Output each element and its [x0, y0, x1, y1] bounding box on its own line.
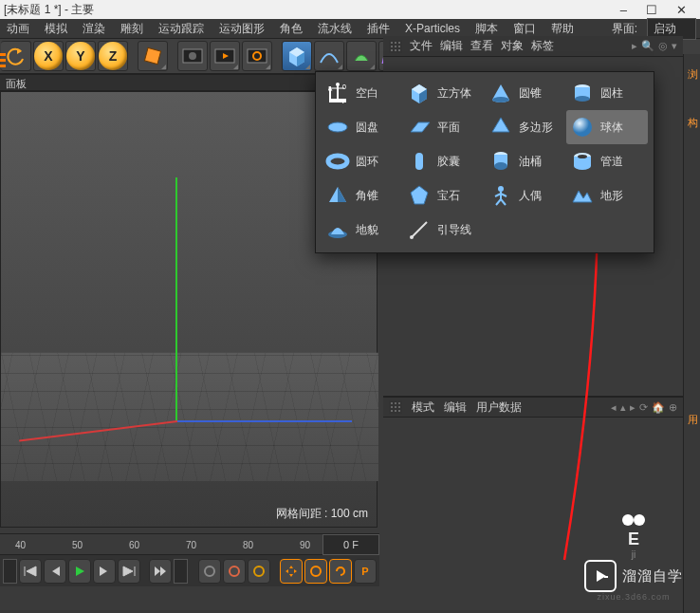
autokey-button[interactable]: [223, 559, 246, 584]
primitive-cone[interactable]: 圆锥: [485, 76, 566, 110]
plane-icon: [407, 115, 432, 139]
primitive-sphere[interactable]: 球体: [566, 110, 648, 144]
menu-sim[interactable]: 模拟: [42, 19, 70, 39]
filter-icon[interactable]: ▾: [672, 40, 677, 52]
key-param-button[interactable]: P: [354, 559, 377, 584]
eye-icon[interactable]: ◎: [658, 40, 668, 52]
render-settings-button[interactable]: [242, 41, 272, 71]
axis-z-button[interactable]: Z: [98, 41, 128, 71]
primitive-cylinder[interactable]: 圆柱: [566, 76, 648, 110]
new-icon[interactable]: ⊕: [669, 401, 677, 414]
obj-menu-file[interactable]: 文件: [410, 38, 433, 54]
primitive-plane[interactable]: 平面: [403, 110, 485, 144]
svg-point-53: [634, 514, 645, 526]
minimize-button[interactable]: –: [620, 3, 627, 17]
primitive-label: 圆环: [356, 154, 378, 170]
main-menubar: 动画 模拟 渲染 雕刻 运动跟踪 运动图形 角色 流水线 插件 X-Partic…: [0, 19, 700, 38]
key-rot-button[interactable]: [329, 559, 352, 584]
nav-next-icon[interactable]: ▸: [630, 401, 636, 414]
primitive-cube[interactable]: 立方体: [403, 76, 485, 110]
primitive-cube-button[interactable]: [282, 41, 312, 71]
close-button[interactable]: ✕: [676, 3, 687, 17]
primitive-landscape[interactable]: 地形: [566, 178, 648, 213]
axis-y-button[interactable]: Y: [65, 41, 96, 71]
primitive-torus[interactable]: 圆环: [322, 144, 403, 178]
rightbar-tab-2[interactable]: 构: [684, 103, 700, 115]
svg-point-15: [398, 42, 400, 44]
timeline-ruler[interactable]: 40 50 60 70 80 90 0 F: [0, 534, 379, 555]
goto-end-button[interactable]: [118, 559, 140, 584]
playback-controls: P: [0, 555, 379, 587]
primitive-tube[interactable]: 管道: [566, 144, 648, 178]
obj-menu-edit[interactable]: 编辑: [440, 38, 463, 54]
primitive-oiltank[interactable]: 油桶: [485, 144, 566, 178]
primitive-figure[interactable]: 人偶: [485, 178, 566, 213]
primitive-relief[interactable]: 地貌: [322, 213, 403, 247]
maximize-button[interactable]: ☐: [646, 3, 657, 17]
rightbar-tab-1[interactable]: 浏: [684, 54, 700, 65]
play-button[interactable]: [68, 559, 91, 584]
primitive-platonic[interactable]: 宝石: [403, 178, 485, 213]
svg-point-51: [410, 235, 414, 239]
start-field[interactable]: [3, 559, 17, 584]
obj-menu-object[interactable]: 对象: [501, 38, 524, 54]
end-field[interactable]: [174, 559, 188, 584]
prev-key-button[interactable]: [44, 559, 66, 584]
obj-menu-view[interactable]: 查看: [470, 38, 493, 54]
axis-x-button[interactable]: X: [33, 41, 64, 71]
coord-button[interactable]: [138, 41, 168, 71]
svg-point-13: [391, 42, 393, 44]
grip-icon: [389, 40, 402, 53]
menu-track[interactable]: 运动跟踪: [156, 19, 207, 39]
render-pv-button[interactable]: [210, 41, 240, 71]
obj-menu-tags[interactable]: 标签: [531, 38, 554, 54]
menu-xparticles[interactable]: X-Particles: [402, 20, 463, 37]
primitive-pyramid[interactable]: 角锥: [322, 178, 403, 213]
key-move-button[interactable]: [280, 559, 303, 584]
primitive-disc[interactable]: 圆盘: [322, 110, 403, 144]
rightbar-tab-3[interactable]: 层用: [684, 400, 700, 412]
nav-prev-icon[interactable]: ◂: [611, 401, 617, 414]
interface-label: 界面:: [612, 21, 637, 37]
svg-point-48: [498, 186, 504, 192]
primitive-null[interactable]: L0空白: [322, 76, 403, 110]
goto-start-button[interactable]: [19, 559, 42, 584]
next-key-button[interactable]: [93, 559, 116, 584]
menu-render[interactable]: 渲染: [80, 19, 108, 39]
menu-sculpt[interactable]: 雕刻: [118, 19, 146, 39]
attr-menu-edit[interactable]: 编辑: [444, 399, 467, 416]
key-scale-button[interactable]: [304, 559, 327, 584]
svg-point-14: [395, 42, 396, 44]
home-icon[interactable]: 🏠: [652, 401, 665, 414]
primitive-popup: L0空白立方体圆锥圆柱圆盘平面多边形球体圆环胶囊油桶管道角锥宝石人偶地形地貌引导…: [315, 71, 654, 253]
tick: 50: [72, 540, 83, 550]
record-button[interactable]: [198, 559, 221, 584]
spline-button[interactable]: [314, 41, 344, 71]
menu-pipeline[interactable]: 流水线: [315, 19, 355, 39]
menu-character[interactable]: 角色: [277, 19, 305, 39]
arrow-right-icon[interactable]: ▸: [632, 40, 637, 52]
pyramid-icon: [325, 183, 350, 208]
window-title: [未标题 1 *] - 主要: [4, 2, 620, 18]
menu-anim[interactable]: 动画: [4, 19, 32, 39]
primitive-label: 平面: [437, 120, 460, 136]
primitive-capsule[interactable]: 胶囊: [403, 144, 485, 178]
generator-button[interactable]: [346, 41, 377, 71]
grid-spacing-label: 网格间距 : 100 cm: [273, 505, 371, 523]
primitive-label: 人偶: [519, 188, 542, 204]
primitive-polygon[interactable]: 多边形: [485, 110, 566, 144]
skip-end-button[interactable]: [149, 559, 172, 584]
attr-menu-userdata[interactable]: 用户数据: [476, 399, 522, 416]
keyopts-button[interactable]: [248, 559, 270, 584]
lock-icon[interactable]: ⟳: [639, 401, 648, 414]
tick: 40: [15, 540, 26, 550]
primitive-guide[interactable]: 引导线: [403, 213, 485, 247]
nav-up-icon[interactable]: ▴: [620, 401, 626, 414]
sphere-icon: [570, 115, 595, 139]
render-view-button[interactable]: [177, 41, 208, 71]
svg-point-28: [398, 406, 400, 408]
menu-mograph[interactable]: 运动图形: [216, 19, 267, 39]
attr-menu-mode[interactable]: 模式: [412, 399, 434, 416]
search-icon[interactable]: 🔍: [641, 40, 654, 52]
timeline-frame-field[interactable]: 0 F: [322, 534, 379, 555]
